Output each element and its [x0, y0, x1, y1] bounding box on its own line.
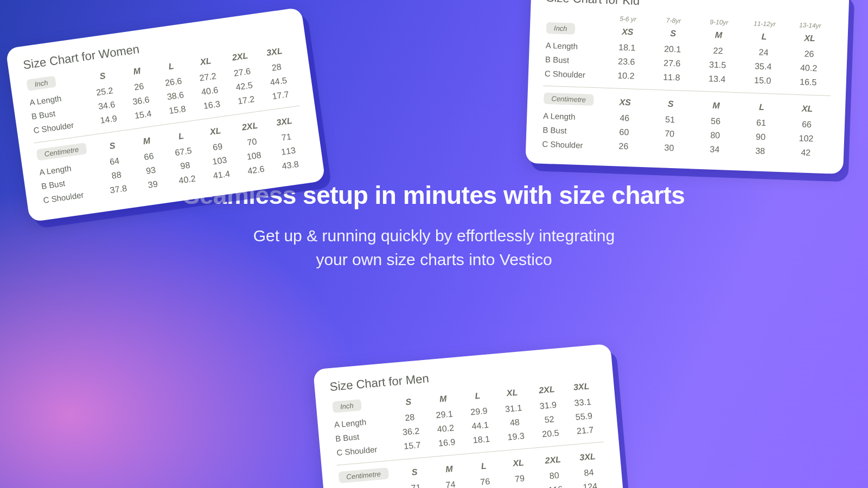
unit-pill-cm: Centimetre: [544, 93, 593, 106]
unit-pill-inch: Inch: [546, 22, 575, 35]
unit-pill-inch: Inch: [332, 399, 361, 413]
unit-pill-cm: Centimetre: [339, 467, 389, 483]
unit-pill-inch: Inch: [27, 76, 56, 91]
hero-subtext: Get up & running quickly by effortlessly…: [136, 224, 732, 271]
unit-pill-cm: Centimetre: [36, 143, 87, 161]
size-chart-card-men: Size Chart for Men Inch S M L XL 2XL 3XL…: [313, 344, 626, 488]
size-chart-card-kid: Size Chart for Kid 5-6 yr 7-8yr 9-10yr 1…: [525, 0, 850, 174]
